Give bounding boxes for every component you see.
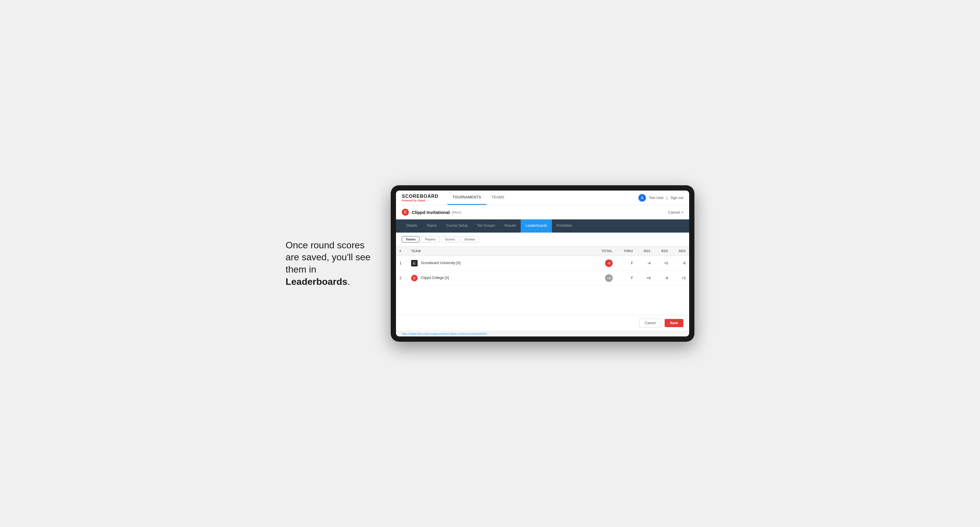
tournament-icon: C [402,209,409,216]
col-rank: # [396,246,408,256]
subnav-results[interactable]: Results [500,219,521,233]
description-text: Once round scores are saved, you'll see … [286,240,371,275]
team-logo-2: C [411,275,418,281]
description-bold: Leaderboards [286,276,347,287]
cancel-tournament-btn[interactable]: Cancel × [668,210,683,214]
tournament-header: C Clippd Invitational (Men) Cancel × [396,205,689,219]
app-footer: Cancel Save [396,315,689,331]
nav-tournaments[interactable]: TOURNAMENTS [447,190,487,205]
sidebar-description: Once round scores are saved, you'll see … [286,239,373,288]
rd1-2: +8 [636,271,654,286]
col-rd1: RD1 [636,246,654,256]
filter-players[interactable]: Players [421,236,439,243]
col-rd3: RD3 [671,246,689,256]
user-name: Test User [649,196,664,200]
url-text: https://stage-blue-coach.stagescorebord.… [402,332,487,335]
rd3-2: +3 [671,271,689,286]
header-right: S Test User | Sign out [638,194,683,202]
filter-scores[interactable]: Scores [441,236,459,243]
thru-1: F [616,256,636,271]
user-avatar: S [638,194,646,202]
leaderboard-table: # TEAM TOTAL THRU RD1 RD2 RD3 1 [396,246,689,315]
logo-area: SCOREBOARD Powered by clippd [402,194,439,202]
table-row: 2 C Clippd College [A] +3 F +8 -8 +3 [396,271,689,286]
rd2-2: -8 [654,271,671,286]
main-nav: TOURNAMENTS TEAMS [447,190,510,205]
score-badge-red-1: -5 [605,259,612,267]
table-spacer [396,286,689,315]
footer-cancel-btn[interactable]: Cancel [639,319,661,327]
col-thru: THRU [616,246,636,256]
col-rd2: RD2 [654,246,671,256]
tournament-category: (Men) [452,210,461,214]
description-end: . [347,276,350,287]
separator: | [667,196,668,200]
nav-teams[interactable]: TEAMS [487,190,510,205]
page-wrapper: Once round scores are saved, you'll see … [286,185,694,342]
subnav-tee-groups[interactable]: Tee Groups [472,219,500,233]
rd1-1: -4 [636,256,654,271]
subnav-leaderboards[interactable]: Leaderboards [521,219,552,233]
subnav-teams[interactable]: Teams [422,219,442,233]
url-bar: https://stage-blue-coach.stagescorebord.… [396,331,689,337]
rd2-1: +5 [654,256,671,271]
rank-2: 2 [396,271,408,286]
filter-bar: Teams Players Scores Strokes [396,233,689,246]
team-name-1: S Scoreboard University [A] [408,256,593,271]
svg-text:S: S [413,262,415,265]
rank-1: 1 [396,256,408,271]
table-header: # TEAM TOTAL THRU RD1 RD2 RD3 [396,246,689,256]
filter-teams[interactable]: Teams [402,236,419,243]
col-team: TEAM [408,246,593,256]
thru-2: F [616,271,636,286]
team-name-2: C Clippd College [A] [408,271,593,286]
score-badge-gray-2: +3 [605,274,612,282]
logo-text: SCOREBOARD [402,194,439,199]
filter-strokes[interactable]: Strokes [460,236,479,243]
sign-out-link[interactable]: Sign out [670,196,683,200]
total-2: +3 [593,271,616,286]
col-total: TOTAL [593,246,616,256]
rd3-1: -6 [671,256,689,271]
app-header: SCOREBOARD Powered by clippd TOURNAMENTS… [396,190,689,205]
sub-nav: Details Teams Course Setup Tee Groups Re… [396,219,689,233]
subnav-course-setup[interactable]: Course Setup [442,219,472,233]
tournament-name: Clippd Invitational [412,210,450,215]
subnav-printables[interactable]: Printables [552,219,577,233]
subnav-details[interactable]: Details [402,219,422,233]
logo-powered: Powered by clippd [402,199,439,202]
footer-save-btn[interactable]: Save [665,319,683,327]
tablet-screen: SCOREBOARD Powered by clippd TOURNAMENTS… [396,190,689,337]
tablet-device: SCOREBOARD Powered by clippd TOURNAMENTS… [391,185,694,342]
total-1: -5 [593,256,616,271]
table-row: 1 S Scoreboard University [A] -5 F -4 [396,256,689,271]
team-logo-1: S [411,260,418,267]
